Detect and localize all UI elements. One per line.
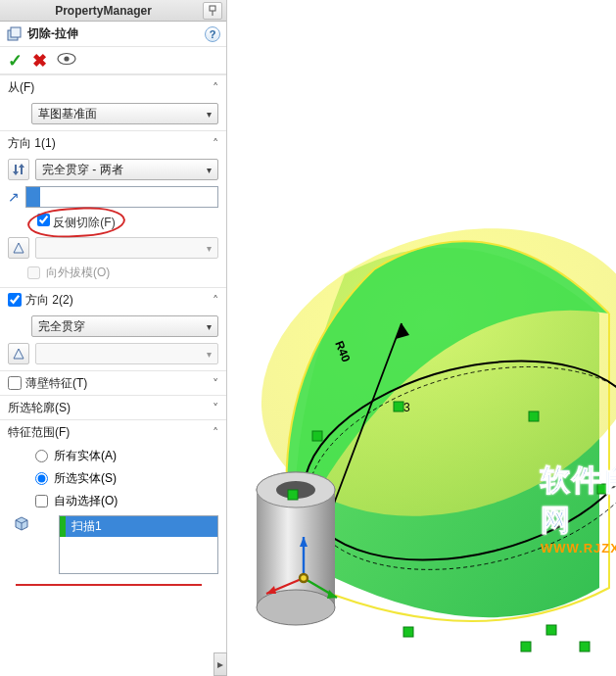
scope-selected-bodies-label: 所选实体(S): [54, 470, 117, 487]
pin-icon: [207, 5, 218, 17]
section-direction2-label: 方向 2(2): [25, 292, 213, 309]
scope-all-bodies-label: 所有实体(A): [54, 448, 117, 464]
preview-toggle[interactable]: [57, 52, 76, 70]
caret-down-icon: ˅: [213, 377, 218, 388]
dir1-face-select[interactable]: ▾: [35, 237, 218, 259]
svg-rect-19: [529, 411, 539, 421]
chevron-down-icon: ▾: [207, 321, 212, 332]
cut-extrude-icon: [6, 25, 24, 43]
input-selection-highlight: [26, 187, 40, 207]
svg-point-14: [257, 590, 335, 625]
section-direction2: 方向 2(2) ˄ 完全贯穿 ▾ ▾: [0, 287, 226, 370]
direction-arrow-icon: ↗: [8, 189, 20, 205]
pm-titlebar: PropertyManager: [0, 0, 226, 22]
cancel-button[interactable]: ✖: [32, 50, 47, 72]
svg-point-5: [64, 56, 69, 61]
dir2-end-condition-value: 完全贯穿: [38, 318, 207, 335]
flip-side-label: 反侧切除(F): [53, 216, 115, 229]
commit-bar: ✓ ✖: [0, 47, 226, 74]
panel-collapse-tab[interactable]: ▸: [213, 652, 227, 676]
dir2-enable-checkbox[interactable]: [8, 293, 22, 307]
draft-icon: [12, 241, 25, 255]
svg-rect-23: [288, 490, 298, 500]
dir2-face-select[interactable]: ▾: [35, 343, 218, 364]
help-button[interactable]: ?: [205, 26, 220, 42]
dir1-end-condition-dropdown[interactable]: 完全贯穿 - 两者 ▾: [35, 159, 218, 180]
handle-marker: 3: [403, 401, 410, 414]
caret-up-icon: ˄: [213, 294, 218, 305]
scope-body-list[interactable]: 扫描1: [59, 515, 218, 574]
svg-rect-25: [580, 642, 590, 652]
section-direction2-header[interactable]: 方向 2(2) ˄: [0, 288, 226, 312]
feature-title: 切除-拉伸: [27, 25, 205, 42]
svg-point-32: [300, 574, 308, 582]
graphics-viewport[interactable]: R40 3: [227, 0, 616, 676]
section-contours-header[interactable]: 所选轮廓(S) ˅: [0, 396, 226, 419]
auto-select-checkbox[interactable]: [35, 495, 48, 507]
svg-rect-3: [11, 27, 21, 37]
dir1-distance-field[interactable]: [40, 190, 217, 204]
svg-rect-0: [210, 6, 215, 11]
section-scope-header[interactable]: 特征范围(F) ˄: [0, 420, 226, 444]
svg-rect-24: [521, 642, 531, 652]
thin-enable-checkbox[interactable]: [8, 376, 22, 390]
pin-panel-button[interactable]: [203, 2, 222, 20]
caret-up-icon: ˄: [213, 426, 218, 437]
draft-icon-button[interactable]: [8, 237, 29, 259]
property-manager-panel: PropertyManager 切除-拉伸 ? ✓ ✖ 从(F): [0, 0, 227, 676]
section-contours: 所选轮廓(S) ˅: [0, 395, 226, 419]
model-preview: R40 3: [227, 0, 616, 676]
section-direction1: 方向 1(1) ˄ 完全贯穿 - 两者 ▾ ↗: [0, 130, 226, 287]
dir1-distance-input[interactable]: [25, 186, 218, 208]
ok-button[interactable]: ✓: [8, 50, 23, 72]
scope-all-bodies-radio[interactable]: [35, 450, 48, 462]
section-scope: 特征范围(F) ˄ 所有实体(A) 所选实体(S) 自动选择(O): [0, 419, 226, 592]
caret-up-icon: ˄: [213, 137, 218, 148]
svg-rect-22: [403, 627, 413, 637]
scope-all-bodies-row[interactable]: 所有实体(A): [8, 448, 218, 464]
feature-header: 切除-拉伸 ?: [0, 22, 226, 47]
caret-down-icon: ˅: [213, 402, 218, 412]
body-icon: [14, 515, 29, 531]
dir2-end-condition-dropdown[interactable]: 完全贯穿 ▾: [31, 315, 218, 337]
svg-rect-21: [546, 625, 556, 635]
svg-rect-18: [394, 402, 403, 411]
pm-body: 从(F) ˄ 草图基准面 ▾ 方向 1(1) ˄: [0, 74, 226, 676]
flip-side-checkbox[interactable]: [37, 214, 50, 226]
dir2-draft-icon-button[interactable]: [8, 343, 29, 364]
section-thin: 薄壁特征(T) ˅: [0, 370, 226, 395]
scope-selected-bodies-row[interactable]: 所选实体(S): [8, 470, 218, 487]
section-thin-label: 薄壁特征(T): [25, 375, 213, 392]
section-thin-header[interactable]: 薄壁特征(T) ˅: [0, 371, 226, 395]
section-direction1-header[interactable]: 方向 1(1) ˄: [0, 131, 226, 155]
reverse-icon: [12, 163, 25, 176]
annotation-underline: [16, 584, 202, 586]
section-direction1-label: 方向 1(1): [8, 135, 213, 152]
draft-outward-label: 向外拔模(O): [46, 265, 110, 281]
draft-outward-checkbox: [27, 266, 40, 279]
reverse-direction-button[interactable]: [8, 159, 29, 180]
dir1-end-condition-value: 完全贯穿 - 两者: [42, 162, 207, 178]
from-dropdown-value: 草图基准面: [38, 106, 207, 122]
scope-body-item[interactable]: 扫描1: [66, 516, 217, 537]
chevron-down-icon: ▾: [207, 243, 212, 254]
pm-title: PropertyManager: [4, 4, 203, 18]
caret-up-icon: ˄: [213, 81, 218, 92]
chevron-down-icon: ▾: [207, 109, 212, 120]
section-scope-label: 特征范围(F): [8, 424, 213, 441]
chevron-down-icon: ▾: [207, 349, 212, 360]
auto-select-label: 自动选择(O): [54, 493, 118, 509]
scope-selected-bodies-radio[interactable]: [35, 472, 48, 485]
chevron-down-icon: ▾: [207, 165, 212, 175]
section-from-label: 从(F): [8, 79, 213, 96]
section-contours-label: 所选轮廓(S): [8, 400, 213, 416]
draft-icon: [12, 347, 25, 361]
section-from: 从(F) ˄ 草图基准面 ▾: [0, 74, 226, 130]
from-dropdown[interactable]: 草图基准面 ▾: [31, 103, 218, 124]
svg-rect-17: [312, 431, 322, 441]
svg-rect-20: [597, 484, 607, 494]
section-from-header[interactable]: 从(F) ˄: [0, 75, 226, 99]
